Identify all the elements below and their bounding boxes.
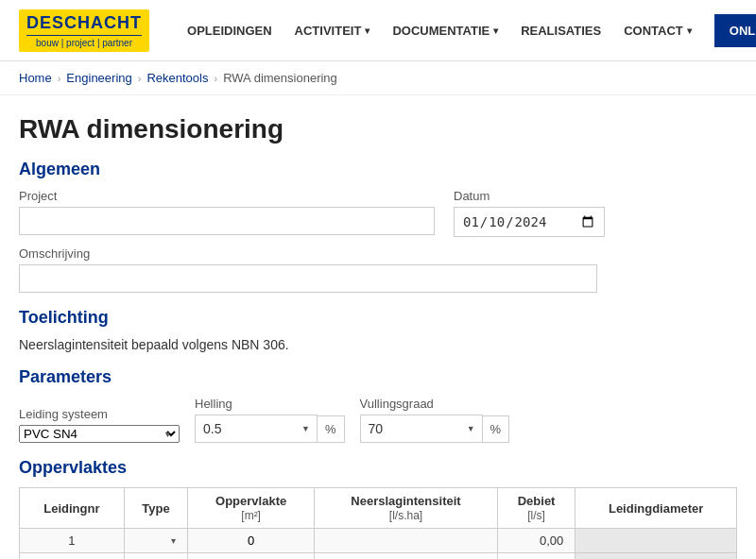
leiding-systeem-wrapper: PVC SN4 PVC SN8 Beton bbox=[19, 425, 180, 443]
project-datum-row: Project Datum bbox=[19, 189, 737, 237]
breadcrumb: Home › Engineering › Rekentools › RWA di… bbox=[0, 61, 756, 95]
vullingsgraad-wrapper: 70 75 80 bbox=[360, 415, 483, 443]
breadcrumb-current: RWA dimensionering bbox=[223, 71, 337, 85]
logo-name: DESCHACHT bbox=[26, 13, 142, 33]
section-oppervlaktes: Oppervlaktes Leidingnr Type Oppervlakte … bbox=[19, 458, 737, 559]
cell-oppervlakte[interactable] bbox=[188, 553, 315, 560]
toelichting-heading: Toelichting bbox=[19, 308, 737, 328]
parameters-heading: Parameters bbox=[19, 367, 737, 387]
main-nav: OPLEIDINGEN ACTIVITEIT ▾ DOCUMENTATIE ▾ … bbox=[187, 14, 756, 47]
helling-input-unit: 0.5 1.0 2.0 % bbox=[195, 415, 345, 443]
cell-leidingdiameter bbox=[576, 529, 737, 553]
section-algemeen: Algemeen Project Datum Omschrijving bbox=[19, 160, 737, 293]
vullingsgraad-input-unit: 70 75 80 % bbox=[360, 415, 510, 443]
logo-tagline: bouw | project | partner bbox=[26, 35, 142, 48]
cell-leidingnr: 2 bbox=[20, 553, 125, 560]
col-leidingnr: Leidingnr bbox=[20, 488, 125, 529]
oppervlaktes-table: Leidingnr Type Oppervlakte [m²] Neerslag… bbox=[19, 487, 737, 559]
breadcrumb-engineering[interactable]: Engineering bbox=[66, 71, 131, 85]
col-oppervlakte: Oppervlakte [m²] bbox=[188, 488, 315, 529]
cell-leidingdiameter bbox=[576, 553, 737, 560]
nav-documentatie[interactable]: DOCUMENTATIE ▾ bbox=[392, 24, 498, 38]
breadcrumb-sep2: › bbox=[138, 73, 142, 84]
cell-type[interactable]: ▾ bbox=[124, 553, 187, 560]
datum-label: Datum bbox=[454, 189, 605, 203]
breadcrumb-sep1: › bbox=[58, 73, 61, 84]
breadcrumb-rekentools[interactable]: Rekentools bbox=[146, 71, 208, 85]
vullingsgraad-label: Vullingsgraad bbox=[360, 397, 510, 411]
chevron-down-icon: ▾ bbox=[687, 25, 692, 36]
table-row: 1 ▾ 0,00 bbox=[20, 529, 737, 553]
nav-activiteit[interactable]: ACTIVITEIT ▾ bbox=[295, 24, 370, 38]
omschrijving-row: Omschrijving bbox=[19, 246, 737, 293]
vullingsgraad-select[interactable]: 70 75 80 bbox=[360, 415, 483, 443]
col-leidingdiameter: Leidingdiameter bbox=[576, 488, 737, 529]
omschrijving-group: Omschrijving bbox=[19, 246, 597, 293]
datum-input[interactable] bbox=[454, 207, 605, 237]
oppervlakte-input[interactable] bbox=[223, 534, 280, 548]
main-content: RWA dimensionering Algemeen Project Datu… bbox=[0, 95, 756, 559]
nav-opleidingen[interactable]: OPLEIDINGEN bbox=[187, 24, 272, 38]
chevron-down-icon: ▾ bbox=[493, 25, 498, 36]
leiding-systeem-label: Leiding systeem bbox=[19, 407, 180, 421]
datum-group: Datum bbox=[454, 189, 605, 237]
leiding-systeem-group: Leiding systeem PVC SN4 PVC SN8 Beton bbox=[19, 407, 180, 443]
cell-debiet: 0,00 bbox=[497, 529, 575, 553]
project-input[interactable] bbox=[19, 207, 435, 235]
omschrijving-label: Omschrijving bbox=[19, 246, 597, 261]
cell-neerslagintensiteit bbox=[315, 529, 498, 553]
online-shop-button[interactable]: ONLINE SHOP bbox=[714, 14, 756, 47]
parameters-row: Leiding systeem PVC SN4 PVC SN8 Beton He… bbox=[19, 397, 737, 443]
nav-realisaties[interactable]: REALISATIES bbox=[521, 24, 601, 38]
cell-type[interactable]: ▾ bbox=[124, 529, 187, 553]
breadcrumb-sep3: › bbox=[214, 73, 217, 84]
logo-area: DESCHACHT bouw | project | partner bbox=[19, 9, 149, 52]
helling-group: Helling 0.5 1.0 2.0 % bbox=[195, 397, 345, 443]
project-label: Project bbox=[19, 189, 435, 203]
table-header-row: Leidingnr Type Oppervlakte [m²] Neerslag… bbox=[20, 488, 737, 529]
logo: DESCHACHT bouw | project | partner bbox=[19, 9, 149, 52]
cell-oppervlakte[interactable] bbox=[188, 529, 315, 553]
vullingsgraad-group: Vullingsgraad 70 75 80 % bbox=[360, 397, 510, 443]
project-group: Project bbox=[19, 189, 435, 237]
toelichting-text: Neerslagintensiteit bepaald volgens NBN … bbox=[19, 337, 737, 352]
chevron-down-icon: ▾ bbox=[171, 535, 176, 546]
omschrijving-input[interactable] bbox=[19, 264, 597, 293]
col-type: Type bbox=[124, 488, 187, 529]
chevron-down-icon: ▾ bbox=[365, 25, 369, 36]
helling-wrapper: 0.5 1.0 2.0 bbox=[195, 415, 318, 443]
header: DESCHACHT bouw | project | partner OPLEI… bbox=[0, 0, 756, 61]
cell-debiet: 0,00 bbox=[497, 553, 575, 560]
helling-label: Helling bbox=[195, 397, 345, 411]
helling-select[interactable]: 0.5 1.0 2.0 bbox=[195, 415, 318, 443]
table-row: 2 ▾ 0,00 bbox=[20, 553, 737, 560]
cell-neerslagintensiteit bbox=[315, 553, 498, 560]
leiding-systeem-select[interactable]: PVC SN4 PVC SN8 Beton bbox=[19, 425, 180, 443]
cell-leidingnr: 1 bbox=[20, 529, 125, 553]
vullingsgraad-unit: % bbox=[483, 415, 510, 443]
algemeen-heading: Algemeen bbox=[19, 160, 737, 179]
col-debiet: Debiet [l/s] bbox=[497, 488, 575, 529]
page-title: RWA dimensionering bbox=[19, 114, 737, 144]
section-parameters: Parameters Leiding systeem PVC SN4 PVC S… bbox=[19, 367, 737, 443]
nav-contact[interactable]: CONTACT ▾ bbox=[624, 24, 692, 38]
breadcrumb-home[interactable]: Home bbox=[19, 71, 52, 85]
oppervlaktes-heading: Oppervlaktes bbox=[19, 458, 737, 478]
section-toelichting: Toelichting Neerslagintensiteit bepaald … bbox=[19, 308, 737, 352]
helling-unit: % bbox=[318, 415, 345, 443]
col-neerslagintensiteit: Neerslagintensiteit [l/s.ha] bbox=[315, 488, 498, 529]
